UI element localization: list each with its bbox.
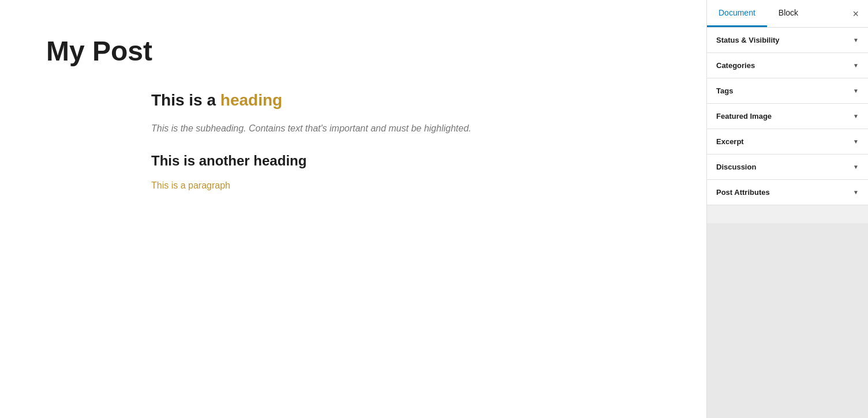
panel-label-featured-image: Featured Image xyxy=(716,112,772,120)
sidebar: Document Block × Status & Visibility▼Cat… xyxy=(706,0,868,418)
chevron-down-icon-post-attributes: ▼ xyxy=(853,189,859,195)
sidebar-header: Document Block × xyxy=(707,0,868,28)
panel-label-categories: Categories xyxy=(716,61,755,70)
panel-label-discussion: Discussion xyxy=(716,163,756,171)
sidebar-panels: Status & Visibility▼Categories▼Tags▼Feat… xyxy=(707,28,868,223)
editor-area: My Post This is a heading This is the su… xyxy=(0,0,706,418)
panel-label-status-visibility: Status & Visibility xyxy=(716,36,780,44)
panel-post-attributes[interactable]: Post Attributes▼ xyxy=(707,180,868,205)
sidebar-bottom-area xyxy=(707,223,868,419)
post-content: This is a heading This is the subheading… xyxy=(151,91,555,191)
tab-block[interactable]: Block xyxy=(767,0,810,27)
panel-discussion[interactable]: Discussion▼ xyxy=(707,155,868,180)
chevron-down-icon-featured-image: ▼ xyxy=(853,113,859,119)
chevron-down-icon-discussion: ▼ xyxy=(853,164,859,170)
panel-excerpt[interactable]: Excerpt▼ xyxy=(707,129,868,155)
chevron-down-icon-categories: ▼ xyxy=(853,62,859,69)
post-title[interactable]: My Post xyxy=(46,35,660,68)
panel-label-excerpt: Excerpt xyxy=(716,137,744,146)
panel-label-tags: Tags xyxy=(716,86,733,95)
heading-1: This is a heading xyxy=(151,91,555,110)
panel-label-post-attributes: Post Attributes xyxy=(716,188,770,197)
heading-2: This is another heading xyxy=(151,153,555,169)
panel-featured-image[interactable]: Featured Image▼ xyxy=(707,104,868,129)
close-button[interactable]: × xyxy=(850,6,861,21)
paragraph-link[interactable]: This is a paragraph xyxy=(151,180,230,190)
chevron-down-icon-excerpt: ▼ xyxy=(853,138,859,145)
heading-1-highlight: heading xyxy=(220,91,282,109)
panel-categories[interactable]: Categories▼ xyxy=(707,53,868,78)
tab-document[interactable]: Document xyxy=(707,0,767,27)
subheading-text: This is the subheading. Contains text th… xyxy=(151,121,555,136)
heading-1-prefix: This is a xyxy=(151,91,220,109)
chevron-down-icon-tags: ▼ xyxy=(853,88,859,94)
panel-tags[interactable]: Tags▼ xyxy=(707,78,868,104)
panel-status-visibility[interactable]: Status & Visibility▼ xyxy=(707,28,868,53)
chevron-down-icon-status-visibility: ▼ xyxy=(853,37,859,43)
